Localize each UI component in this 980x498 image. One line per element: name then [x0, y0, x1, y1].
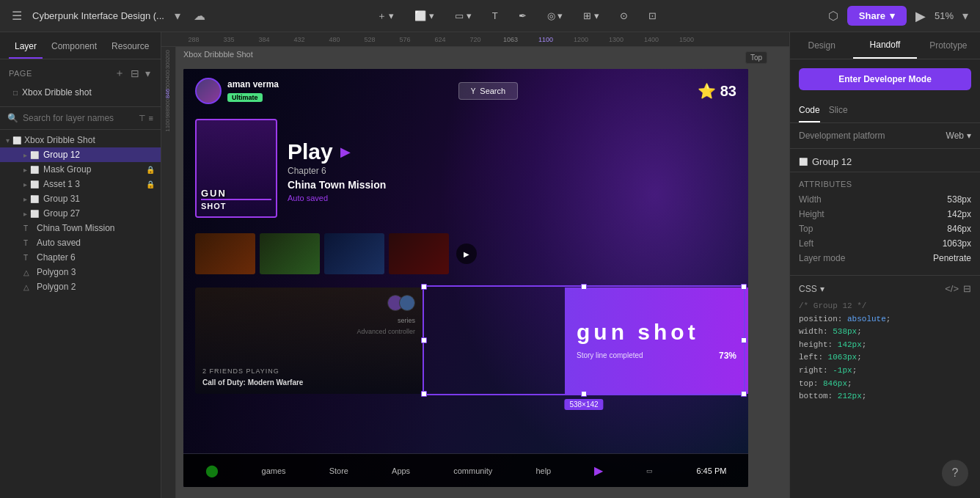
zoom-label[interactable]: 51% [935, 10, 954, 21]
boolean-tool-button[interactable]: ⊙ [612, 6, 635, 26]
css-code-view-button[interactable]: </> [945, 283, 959, 294]
root-chevron-icon: ▾ [6, 136, 10, 144]
attr-top: Top 846px [799, 224, 971, 234]
nav-games[interactable]: games [262, 466, 286, 475]
tab-handoff[interactable]: Handoff [853, 32, 916, 59]
group27-frame-icon: ⬜ [30, 210, 40, 218]
layer-item-group31[interactable]: ▸ ⬜ Group 31 [0, 191, 161, 206]
group31-chevron-icon: ▸ [23, 195, 27, 203]
layer-name-group12: Group 12 [43, 150, 155, 160]
ruler-mark: 1100 [528, 36, 563, 43]
gun-shot-banner: gun shot Story line completed 73% [565, 288, 748, 394]
slice-tool-button[interactable]: ⊡ [641, 6, 664, 26]
page-doc-icon: □ [13, 89, 18, 97]
sort-icon[interactable]: ≡ [149, 114, 153, 123]
filter-icon[interactable]: ⊤ [139, 114, 146, 123]
play-mini-icon: ▶ [464, 250, 469, 258]
text-tool-button[interactable]: T [485, 6, 505, 26]
css-copy-button[interactable]: ⊟ [963, 283, 971, 294]
nav-community[interactable]: community [453, 466, 492, 475]
gun-text: GUN [201, 188, 271, 199]
add-page-icon[interactable]: ＋ [113, 65, 126, 81]
group27-chevron-icon: ▸ [23, 210, 27, 218]
time-display: 6:45 PM [696, 466, 726, 475]
frame-tool-button[interactable]: ⬜ ▾ [407, 6, 442, 26]
right-panel: Design Handoff Prototype Enter Developer… [789, 32, 980, 498]
topbar: ☰ Cyberpunk Interface Design (... ▾ ☁ ＋ … [0, 0, 980, 32]
nav-store[interactable]: Store [329, 466, 348, 475]
ruler-mark: 480 [317, 36, 352, 43]
layer-item-group12[interactable]: ▸ ⬜ Group 12 [0, 147, 161, 162]
layer-item-chinatown[interactable]: T China Town Mission [0, 221, 161, 235]
search-btn-label: Search [480, 87, 505, 95]
page-label: Page [9, 69, 32, 78]
layer-item-maskgroup[interactable]: ▸ ⬜ Mask Group 🔒 [0, 162, 161, 177]
pen-tool-button[interactable]: ✒ [511, 6, 534, 26]
attr-top-label: Top [799, 224, 813, 234]
attr-top-value: 846px [947, 224, 971, 234]
maskgroup-frame-icon: ⬜ [30, 166, 40, 174]
play-mini-btn[interactable]: ▶ [456, 243, 477, 264]
layer-root-header[interactable]: ▾ ⬜ Xbox Dribble Shot [0, 133, 161, 147]
assets-icon[interactable]: ⬡ [825, 6, 841, 26]
attr-left: Left 1063px [799, 238, 971, 249]
polygon3-icon: △ [23, 268, 34, 277]
css-comment: /* Group 12 */ [799, 300, 971, 313]
layer-item-autosaved[interactable]: T Auto saved [0, 235, 161, 250]
layer-item-polygon2[interactable]: △ Polygon 2 [0, 279, 161, 294]
series-desc: Advanced controller [356, 328, 415, 335]
menu-icon[interactable]: ☰ [9, 6, 25, 26]
maskgroup-lock-icon: 🔒 [146, 166, 155, 174]
cloud-icon[interactable]: ☁ [191, 6, 208, 26]
layer-item-polygon3[interactable]: △ Polygon 3 [0, 265, 161, 279]
page-menu-icon[interactable]: ▾ [144, 65, 152, 81]
add-tool-button[interactable]: ＋ ▾ [370, 5, 402, 27]
ruler-mark: 720 [458, 36, 493, 43]
layer-item-chapter6[interactable]: T Chapter 6 [0, 250, 161, 265]
layer-item-group27[interactable]: ▸ ⬜ Group 27 [0, 206, 161, 221]
dev-mode-button[interactable]: Enter Developer Mode [799, 68, 971, 90]
xbox-header: aman verma Ultimate Y Search ⭐ 83 [195, 78, 736, 104]
shape-tool-button[interactable]: ▭ ▾ [447, 6, 479, 26]
component-header: ⬜ Group 12 [790, 149, 980, 172]
score-value: 83 [720, 83, 736, 100]
grid-view-icon[interactable]: ⊟ [129, 65, 141, 81]
share-chevron-icon: ▾ [890, 10, 895, 21]
tab-prototype[interactable]: Prototype [917, 32, 980, 59]
layer-name-maskgroup: Mask Group [43, 164, 143, 175]
layer-tree: ▾ ⬜ Xbox Dribble Shot ▸ ⬜ Group 12 ▸ ⬜ M… [0, 130, 161, 498]
tab-code[interactable]: Code [799, 99, 820, 122]
avatar [195, 78, 222, 104]
canvas-frame: aman verma Ultimate Y Search ⭐ 83 [183, 69, 748, 487]
page-item-xbox[interactable]: □ Xbox Dribble shot [9, 84, 152, 100]
user-badge: Ultimate [227, 93, 263, 102]
tab-design[interactable]: Design [790, 32, 853, 59]
share-button[interactable]: Share ▾ [847, 6, 907, 26]
mask-tool-button[interactable]: ◎ ▾ [540, 6, 571, 26]
asset13-lock-icon: 🔒 [146, 180, 155, 188]
layer-item-asset13[interactable]: ▸ ⬜ Asset 1 3 🔒 [0, 177, 161, 191]
ruler-mark: 384 [246, 36, 282, 43]
preview-play-icon[interactable]: ▶ [913, 5, 929, 27]
page-item-label: Xbox Dribble shot [22, 87, 92, 98]
transform-tool-button[interactable]: ⊞ ▾ [576, 6, 607, 26]
platform-select[interactable]: Web ▾ [946, 131, 971, 141]
zoom-chevron-icon[interactable]: ▾ [959, 6, 971, 26]
games-row: ▶ [195, 233, 477, 274]
help-button[interactable]: ? [942, 460, 968, 486]
search-button[interactable]: Y Search [458, 82, 519, 100]
nav-help[interactable]: help [535, 466, 551, 475]
tab-component[interactable]: Component [45, 38, 103, 59]
gun-text-container: GUN SHOT [201, 188, 271, 210]
nav-apps[interactable]: Apps [392, 466, 410, 475]
attr-width: Width 538px [799, 194, 971, 205]
tab-layer[interactable]: Layer [9, 38, 43, 59]
layer-name-chinatown: China Town Mission [37, 223, 155, 233]
platform-label: Development platform [799, 131, 885, 141]
tab-slice[interactable]: Slice [829, 99, 848, 122]
storyline-row: Story line completed 73% [577, 351, 736, 361]
chevron-down-icon[interactable]: ▾ [172, 6, 183, 26]
component-name: Group 12 [812, 156, 852, 167]
tab-resource[interactable]: Resource [106, 38, 155, 59]
search-input[interactable] [23, 113, 134, 123]
